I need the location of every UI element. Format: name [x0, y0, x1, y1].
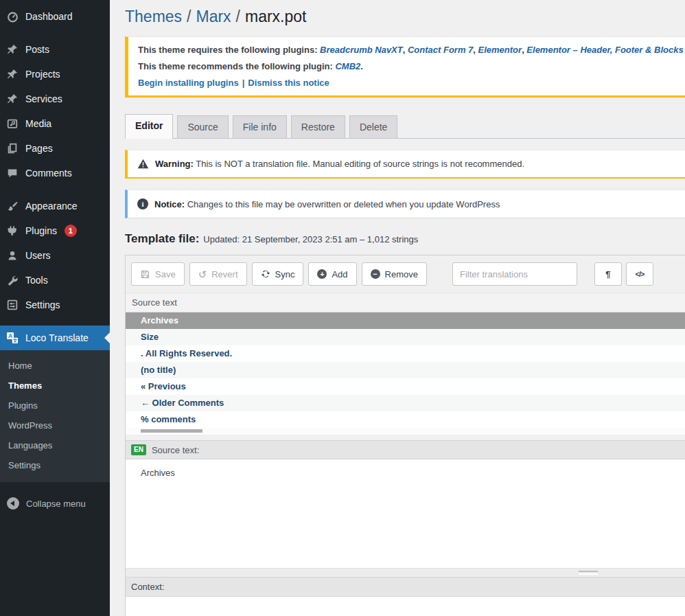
- notice-message: Changes to this file may be overwritten …: [187, 199, 500, 209]
- sidebar-item-label: Pages: [25, 143, 53, 154]
- warning-text: Warning: This is NOT a translation file.…: [155, 159, 524, 169]
- template-file-meta: Updated: 21 September, 2023 2:51 am – 1,…: [203, 234, 418, 244]
- sync-button[interactable]: Sync: [252, 262, 304, 286]
- sidebar-item-label: Projects: [25, 69, 60, 80]
- sidebar-item-label: Appearance: [25, 201, 78, 212]
- subitem-label: WordPress: [8, 420, 52, 431]
- sidebar-item-posts[interactable]: Posts: [0, 37, 110, 62]
- list-item[interactable]: % comments: [126, 411, 685, 428]
- pane-resize-strip: [126, 568, 685, 577]
- source-text-editor[interactable]: Archives: [126, 459, 685, 568]
- file-view-tabs: Editor Source File info Restore Delete: [125, 114, 685, 139]
- sidebar-item-loco-translate[interactable]: A Loco Translate: [0, 326, 110, 350]
- sidebar-subitem-settings[interactable]: Settings: [0, 455, 110, 475]
- sidebar-item-pages[interactable]: Pages: [0, 136, 110, 161]
- list-item[interactable]: Size: [126, 329, 685, 345]
- list-item[interactable]: . All Rights Reserved.: [126, 345, 685, 362]
- breadcrumb: Themes/Marx/marx.pot: [125, 0, 685, 27]
- sidebar-item-appearance[interactable]: Appearance: [0, 194, 110, 218]
- tab-editor[interactable]: Editor: [125, 114, 173, 139]
- sidebar-item-services[interactable]: Services: [0, 87, 110, 111]
- warning-label: Warning:: [155, 159, 194, 169]
- notice-label: Notice:: [154, 199, 185, 209]
- resize-handle[interactable]: [579, 571, 598, 575]
- settings-icon: [5, 298, 19, 312]
- breadcrumb-separator: /: [187, 8, 191, 25]
- language-badge: EN: [131, 444, 146, 455]
- loco-translate-submenu: Home Themes Plugins WordPress Languages …: [0, 350, 110, 482]
- source-text-pane-header: EN Source text:: [126, 440, 685, 459]
- sidebar-subitem-plugins[interactable]: Plugins: [0, 396, 110, 415]
- list-item[interactable]: « Previous: [126, 378, 685, 395]
- revert-button[interactable]: ↺ Revert: [189, 262, 247, 286]
- main-content: Themes/Marx/marx.pot This theme requires…: [110, 0, 685, 616]
- subitem-label: Home: [8, 361, 32, 371]
- warning-message: This is NOT a translation file. Manual e…: [196, 159, 524, 169]
- plugin-notice-actions: Begin installing plugins|Dismiss this no…: [138, 78, 675, 88]
- plugin-link-cmb2[interactable]: CMB2: [335, 61, 360, 71]
- menu-separator: [0, 29, 110, 37]
- save-floppy-icon: [140, 269, 150, 280]
- plugin-link-elementor-hfb[interactable]: Elementor – Header, Footer & Blocks Temp…: [526, 45, 685, 55]
- tab-file-info[interactable]: File info: [233, 115, 287, 138]
- sidebar-item-media[interactable]: Media: [0, 111, 110, 136]
- breadcrumb-link-themes[interactable]: Themes: [125, 8, 182, 25]
- template-file-title: Template file:: [125, 232, 199, 245]
- invisibles-toggle-button[interactable]: ¶: [594, 262, 622, 286]
- sidebar-item-label: Posts: [25, 44, 49, 55]
- save-button[interactable]: Save: [131, 262, 185, 286]
- list-item[interactable]: (no title): [126, 362, 685, 378]
- sidebar-subitem-themes[interactable]: Themes: [0, 376, 110, 396]
- subitem-label: Themes: [8, 380, 42, 391]
- panel-gap: [126, 435, 685, 440]
- sidebar-item-settings[interactable]: Settings: [0, 293, 110, 317]
- tab-restore[interactable]: Restore: [291, 115, 345, 138]
- dismiss-notice-link[interactable]: Dismiss this notice: [248, 78, 329, 88]
- svg-text:A: A: [8, 332, 12, 339]
- list-item[interactable]: ← Older Comments: [126, 395, 685, 411]
- sidebar-subitem-home[interactable]: Home: [0, 356, 110, 376]
- sidebar-item-dashboard[interactable]: Dashboard: [0, 4, 110, 29]
- scrollbar-thumb[interactable]: [141, 429, 202, 433]
- sidebar-subitem-wordpress[interactable]: WordPress: [0, 415, 110, 435]
- plugin-link-breadcrumb-navxt[interactable]: Breadcrumb NavXT: [320, 45, 403, 55]
- subitem-label: Languages: [8, 440, 52, 450]
- plus-circle-icon: +: [317, 269, 327, 279]
- context-editor[interactable]: [126, 597, 685, 616]
- breadcrumb-current-file: marx.pot: [245, 8, 306, 25]
- recommended-plugin-line: This theme recommends the following plug…: [138, 61, 675, 71]
- breadcrumb-link-marx[interactable]: Marx: [196, 8, 231, 25]
- sidebar-item-users[interactable]: Users: [0, 243, 110, 268]
- begin-installing-plugins-link[interactable]: Begin installing plugins: [138, 78, 239, 88]
- sidebar-item-projects[interactable]: Projects: [0, 62, 110, 87]
- editor-toolbar: Save ↺ Revert Sync + Add − Remove ¶ </>: [126, 255, 685, 293]
- sidebar-item-label: Services: [25, 93, 62, 104]
- sync-label: Sync: [275, 269, 295, 280]
- plugin-list-separator: ,: [473, 45, 478, 55]
- collapse-menu-button[interactable]: Collapse menu: [0, 492, 110, 515]
- plugin-link-elementor[interactable]: Elementor: [478, 45, 522, 55]
- collapse-menu-label: Collapse menu: [26, 499, 86, 509]
- brush-icon: [5, 199, 19, 213]
- tab-delete[interactable]: Delete: [349, 115, 397, 138]
- plugin-list-separator: ,: [403, 45, 408, 55]
- required-plugins-notice: This theme requires the following plugin…: [125, 36, 685, 98]
- plugin-link-contact-form-7[interactable]: Contact Form 7: [408, 45, 473, 55]
- filter-translations-input[interactable]: [452, 262, 577, 286]
- user-icon: [5, 249, 19, 262]
- menu-separator: [0, 317, 110, 326]
- list-item[interactable]: Archives: [126, 312, 685, 329]
- sidebar-item-plugins[interactable]: Plugins 1: [0, 218, 110, 243]
- sidebar-item-tools[interactable]: Tools: [0, 268, 110, 293]
- plugins-update-badge: 1: [65, 225, 77, 237]
- sidebar-item-label: Comments: [25, 168, 72, 179]
- sidebar-item-comments[interactable]: Comments: [0, 161, 110, 185]
- tab-source[interactable]: Source: [177, 115, 228, 138]
- info-text: Notice: Changes to this file may be over…: [154, 199, 500, 209]
- add-button[interactable]: + Add: [308, 262, 356, 286]
- sidebar-subitem-languages[interactable]: Languages: [0, 435, 110, 455]
- code-view-toggle-button[interactable]: </>: [626, 262, 653, 286]
- collapse-arrow-icon: [7, 497, 19, 510]
- remove-button[interactable]: − Remove: [362, 262, 427, 286]
- subitem-label: Settings: [8, 460, 40, 470]
